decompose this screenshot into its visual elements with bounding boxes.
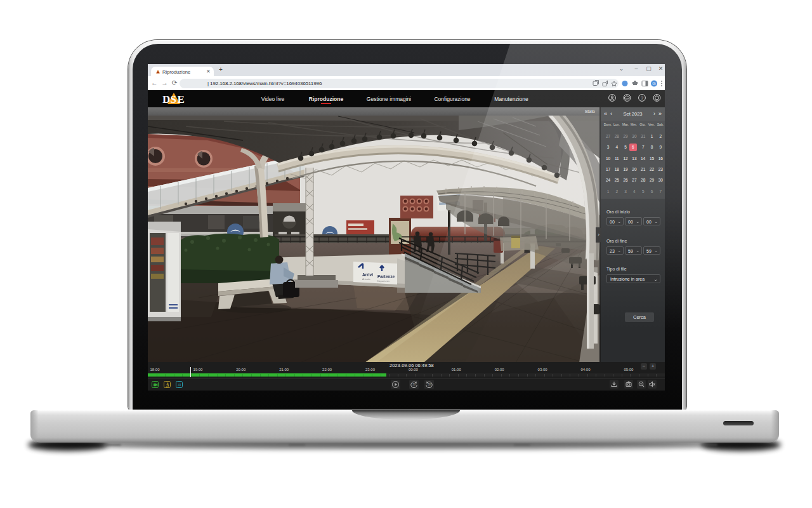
svg-text:G: G [652,81,655,86]
svg-text:30: 30 [412,383,416,386]
svg-text:S: S [171,93,176,105]
svg-text:?: ? [641,95,643,101]
svg-text:Arrivi: Arrivi [362,272,373,277]
svg-text:30: 30 [428,383,431,386]
svg-text:Partenze: Partenze [377,274,395,279]
svg-text:Arrivals: Arrivals [362,278,370,281]
svg-text:AI: AI [178,383,181,387]
svg-text:Departures: Departures [377,280,390,283]
svg-text:E: E [178,93,185,105]
svg-text:D: D [162,93,170,105]
